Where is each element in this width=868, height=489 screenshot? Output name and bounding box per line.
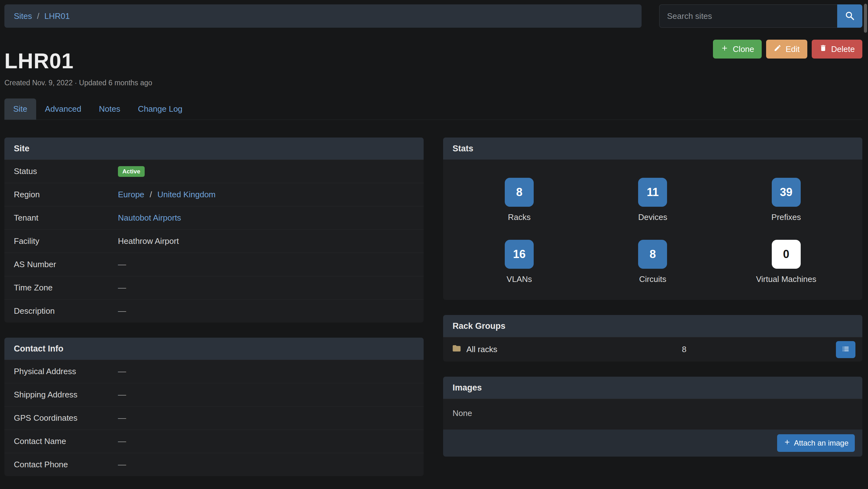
content-columns: Site Status Active Region Europe / Unite… bbox=[4, 138, 862, 476]
plus-icon bbox=[720, 44, 729, 54]
breadcrumb-link-sites[interactable]: Sites bbox=[14, 11, 32, 21]
empty-value: — bbox=[118, 390, 126, 399]
tab-change-log[interactable]: Change Log bbox=[129, 98, 191, 120]
list-icon bbox=[841, 345, 850, 354]
title-block: LHR01 Created Nov. 9, 2022 · Updated 6 m… bbox=[4, 40, 152, 87]
stat-circuits-label: Circuits bbox=[586, 275, 719, 284]
stat-racks: 8 Racks bbox=[453, 178, 586, 222]
edit-button[interactable]: Edit bbox=[766, 40, 807, 59]
row-status: Status Active bbox=[4, 160, 424, 183]
rack-group-count: 8 bbox=[682, 345, 686, 354]
images-title: Images bbox=[443, 377, 862, 399]
row-facility: Facility Heathrow Airport bbox=[4, 229, 424, 253]
left-column: Site Status Active Region Europe / Unite… bbox=[4, 138, 424, 476]
scrollbar-thumb[interactable] bbox=[864, 4, 867, 33]
title-row: LHR01 Created Nov. 9, 2022 · Updated 6 m… bbox=[4, 40, 862, 87]
page-meta: Created Nov. 9, 2022 · Updated 6 months … bbox=[4, 79, 152, 87]
stat-devices-label: Devices bbox=[586, 212, 719, 222]
row-label: Time Zone bbox=[14, 283, 118, 293]
stat-devices-button[interactable]: 11 bbox=[638, 178, 667, 207]
rack-groups-panel: Rack Groups All racks 8 bbox=[443, 315, 862, 362]
rack-elevations-button[interactable] bbox=[836, 341, 856, 358]
row-label: Facility bbox=[14, 236, 118, 246]
attach-image-label: Attach an image bbox=[794, 439, 848, 448]
images-footer: Attach an image bbox=[443, 430, 862, 457]
row-contact-name: Contact Name — bbox=[4, 430, 424, 453]
row-label: Contact Phone bbox=[14, 460, 118, 469]
page: Sites / LHR01 LHR01 Created Nov. 9, 2022… bbox=[0, 0, 868, 476]
clone-button-label: Clone bbox=[733, 45, 754, 54]
row-contact-phone: Contact Phone — bbox=[4, 453, 424, 476]
stats-grid: 8 Racks 11 Devices 39 Prefixes 16 VLANs bbox=[443, 160, 862, 300]
empty-value: — bbox=[118, 460, 126, 469]
delete-button-label: Delete bbox=[831, 45, 855, 54]
breadcrumb-link-current[interactable]: LHR01 bbox=[44, 11, 70, 21]
row-time-zone: Time Zone — bbox=[4, 276, 424, 299]
folder-icon bbox=[452, 344, 461, 355]
stat-circuits-button[interactable]: 8 bbox=[638, 240, 667, 269]
row-label: Contact Name bbox=[14, 436, 118, 446]
empty-value: — bbox=[118, 283, 126, 292]
edit-button-label: Edit bbox=[785, 45, 800, 54]
stat-circuits: 8 Circuits bbox=[586, 240, 719, 284]
trash-icon bbox=[819, 44, 827, 54]
region-link[interactable]: Europe bbox=[118, 190, 144, 199]
status-badge: Active bbox=[118, 166, 145, 177]
empty-value: — bbox=[118, 367, 126, 376]
row-label: Description bbox=[14, 306, 118, 316]
rack-group-row: All racks 8 bbox=[443, 337, 862, 362]
row-physical-address: Physical Address — bbox=[4, 360, 424, 383]
row-label: Region bbox=[14, 190, 118, 200]
clone-button[interactable]: Clone bbox=[713, 40, 762, 59]
search-icon bbox=[845, 11, 855, 22]
stat-devices: 11 Devices bbox=[586, 178, 719, 222]
stat-racks-button[interactable]: 8 bbox=[505, 178, 534, 207]
stat-virtual-machines-label: Virtual Machines bbox=[719, 275, 853, 284]
right-column: Stats 8 Racks 11 Devices 39 Prefixes bbox=[443, 138, 862, 457]
plus-icon bbox=[783, 438, 791, 448]
region-separator: / bbox=[150, 190, 152, 199]
attach-image-button[interactable]: Attach an image bbox=[777, 434, 855, 452]
empty-value: — bbox=[118, 436, 126, 446]
search-bar bbox=[659, 4, 862, 28]
row-gps-coordinates: GPS Coordinates — bbox=[4, 406, 424, 430]
top-bar: Sites / LHR01 bbox=[4, 4, 862, 28]
row-label: Physical Address bbox=[14, 367, 118, 376]
stat-racks-label: Racks bbox=[453, 212, 586, 222]
empty-value: — bbox=[118, 306, 126, 316]
stat-virtual-machines-button[interactable]: 0 bbox=[772, 240, 801, 269]
row-label: GPS Coordinates bbox=[14, 413, 118, 423]
stat-vlans: 16 VLANs bbox=[453, 240, 586, 284]
rack-group-name-cell: All racks bbox=[452, 344, 682, 355]
row-shipping-address: Shipping Address — bbox=[4, 383, 424, 406]
rack-group-link[interactable]: All racks bbox=[466, 345, 497, 354]
stats-panel-title: Stats bbox=[443, 138, 862, 160]
rack-groups-title: Rack Groups bbox=[443, 315, 862, 337]
tab-site[interactable]: Site bbox=[4, 98, 36, 120]
search-input[interactable] bbox=[659, 4, 837, 28]
images-panel: Images None Attach an image bbox=[443, 377, 862, 457]
empty-value: — bbox=[118, 413, 126, 423]
tenant-link[interactable]: Nautobot Airports bbox=[118, 213, 181, 223]
stat-vlans-label: VLANs bbox=[453, 275, 586, 284]
row-region: Region Europe / United Kingdom bbox=[4, 183, 424, 206]
stat-vlans-button[interactable]: 16 bbox=[505, 240, 534, 269]
site-panel: Site Status Active Region Europe / Unite… bbox=[4, 138, 424, 322]
contact-info-title: Contact Info bbox=[4, 338, 424, 360]
row-label: Status bbox=[14, 167, 118, 176]
stat-virtual-machines: 0 Virtual Machines bbox=[719, 240, 853, 284]
stats-panel: Stats 8 Racks 11 Devices 39 Prefixes bbox=[443, 138, 862, 300]
search-button[interactable] bbox=[837, 4, 862, 28]
stat-prefixes-button[interactable]: 39 bbox=[772, 178, 801, 207]
delete-button[interactable]: Delete bbox=[812, 40, 862, 59]
stat-prefixes: 39 Prefixes bbox=[719, 178, 853, 222]
site-panel-title: Site bbox=[4, 138, 424, 160]
tab-notes[interactable]: Notes bbox=[90, 98, 129, 120]
breadcrumb-separator: / bbox=[37, 11, 39, 21]
breadcrumb: Sites / LHR01 bbox=[4, 4, 642, 28]
row-tenant: Tenant Nautobot Airports bbox=[4, 206, 424, 229]
tab-advanced[interactable]: Advanced bbox=[36, 98, 90, 120]
country-link[interactable]: United Kingdom bbox=[158, 190, 216, 199]
contact-info-panel: Contact Info Physical Address — Shipping… bbox=[4, 338, 424, 476]
action-buttons: Clone Edit Delete bbox=[713, 40, 862, 59]
